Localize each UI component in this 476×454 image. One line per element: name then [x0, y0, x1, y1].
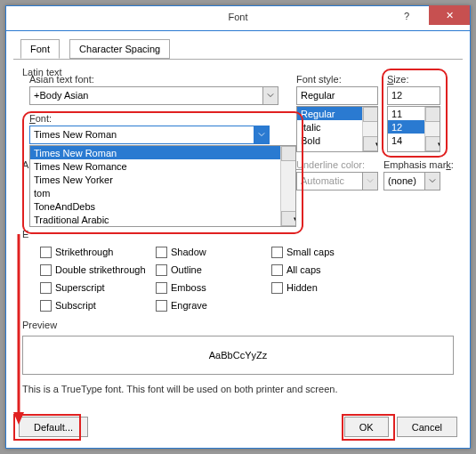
ok-button[interactable]: OK [344, 417, 389, 437]
chevron-down-icon [362, 173, 377, 190]
font-style-value: Regular [301, 90, 335, 101]
chk-superscript[interactable]: Superscript [40, 279, 156, 296]
scrollbar[interactable]: ▴ ▾ [362, 107, 377, 151]
scroll-down-icon[interactable]: ▾ [363, 136, 378, 151]
chk-label: Strikethrough [55, 247, 113, 257]
scroll-up-icon[interactable]: ▴ [281, 146, 296, 161]
scroll-up-icon[interactable]: ▴ [425, 107, 440, 122]
font-style-list[interactable]: Regular Italic Bold ▴ ▾ [296, 106, 378, 152]
preview-label: Preview [22, 320, 454, 330]
list-item[interactable]: ToneAndDebs [30, 199, 295, 213]
chevron-down-icon [424, 173, 440, 190]
checkbox-icon [271, 247, 283, 258]
font-dropdown-list[interactable]: Times New Roman Times New Romance Times … [29, 145, 296, 227]
underline-color-value: Automatic [301, 175, 344, 186]
preview-box: AaBbCcYyZz [22, 336, 454, 375]
checkbox-icon [40, 264, 52, 276]
font-label: Font: [29, 113, 270, 124]
asian-font-label: Asian text font: [29, 74, 278, 85]
chk-label: Emboss [171, 282, 206, 293]
help-icon: ? [404, 11, 409, 21]
chk-engrave[interactable]: Engrave [156, 296, 271, 314]
titlebar: Font ? ✕ [6, 6, 470, 31]
default-button[interactable]: Default... [19, 417, 88, 437]
chk-double-strikethrough[interactable]: Double strikethrough [40, 261, 156, 279]
scroll-down-icon[interactable]: ▾ [425, 136, 440, 151]
size-label: Size: [387, 74, 440, 85]
tab-body: Latin text Asian text font: +Body Asian … [13, 60, 463, 441]
font-hint: This is a TrueType font. This font will … [22, 384, 454, 394]
size-value: 12 [391, 90, 402, 101]
font-style-label: Font style: [296, 74, 378, 85]
chk-subscript[interactable]: Subscript [40, 296, 156, 314]
preview-text: AaBbCcYyZz [209, 350, 267, 361]
client-area: Font Character Spacing Latin text Asian … [13, 38, 463, 441]
chevron-down-icon [254, 126, 269, 143]
checkbox-icon [40, 282, 52, 294]
checkbox-icon [271, 282, 283, 294]
font-style-input[interactable]: Regular [296, 86, 378, 105]
effects-label: E [22, 229, 28, 239]
tab-strip: Font Character Spacing [13, 38, 463, 60]
scroll-down-icon[interactable]: ▾ [281, 211, 296, 226]
dialog-title: Font [228, 12, 247, 22]
chk-allcaps[interactable]: All caps [271, 261, 387, 279]
checkbox-icon [156, 247, 167, 258]
emphasis-combo[interactable]: (none) [383, 172, 440, 191]
checkbox-icon [156, 264, 167, 276]
font-dialog: Font ? ✕ Font Character Spacing Latin te… [5, 5, 471, 449]
size-list[interactable]: 11 12 14 ▴ ▾ [387, 106, 440, 152]
chk-label: Superscript [55, 282, 105, 293]
emphasis-label: Emphasis mark: [383, 159, 454, 170]
chk-label: All caps [286, 264, 321, 275]
chk-label: Outline [171, 264, 202, 275]
font-combo[interactable]: Times New Roman [29, 126, 270, 144]
chk-label: Engrave [171, 300, 207, 311]
checkbox-icon [156, 282, 167, 294]
help-button[interactable]: ? [388, 6, 425, 26]
chk-label: Double strikethrough [55, 264, 146, 275]
chk-shadow[interactable]: Shadow [156, 243, 271, 261]
tab-font[interactable]: Font [20, 39, 60, 59]
close-button[interactable]: ✕ [429, 5, 470, 25]
chevron-down-icon [262, 87, 278, 104]
tab-character-spacing[interactable]: Character Spacing [69, 39, 170, 59]
chk-smallcaps[interactable]: Small caps [271, 243, 387, 261]
cancel-button[interactable]: Cancel [397, 417, 457, 437]
size-input[interactable]: 12 [387, 86, 440, 105]
checkbox-icon [40, 300, 52, 312]
close-icon: ✕ [446, 10, 454, 20]
chk-emboss[interactable]: Emboss [156, 279, 271, 296]
list-item[interactable]: Times New Romance [30, 159, 295, 173]
chk-label: Small caps [286, 247, 335, 257]
chk-label: Hidden [286, 282, 318, 293]
list-item[interactable]: tom [30, 186, 295, 199]
scroll-up-icon[interactable]: ▴ [363, 107, 378, 122]
all-text-label: A [22, 159, 28, 170]
chk-strikethrough[interactable]: Strikethrough [40, 243, 156, 261]
scrollbar[interactable]: ▴ ▾ [424, 107, 440, 151]
emphasis-value: (none) [388, 175, 416, 186]
chk-label: Subscript [55, 300, 96, 311]
checkbox-icon [156, 300, 167, 312]
checkbox-icon [40, 247, 52, 258]
underline-color-combo: Automatic [296, 172, 378, 191]
font-value: Times New Roman [34, 129, 117, 140]
list-item[interactable]: Traditional Arabic [30, 213, 295, 226]
scrollbar[interactable]: ▴ ▾ [280, 146, 295, 226]
asian-font-combo[interactable]: +Body Asian [29, 86, 278, 105]
chk-label: Shadow [171, 247, 206, 257]
asian-font-value: +Body Asian [34, 90, 88, 101]
list-item[interactable]: Times New Roman [30, 146, 295, 159]
underline-color-label: Underline color: [296, 159, 378, 170]
chk-outline[interactable]: Outline [156, 261, 271, 279]
list-item[interactable]: Times New Yorker [30, 173, 295, 186]
chk-hidden[interactable]: Hidden [271, 279, 387, 296]
checkbox-icon [271, 264, 283, 276]
